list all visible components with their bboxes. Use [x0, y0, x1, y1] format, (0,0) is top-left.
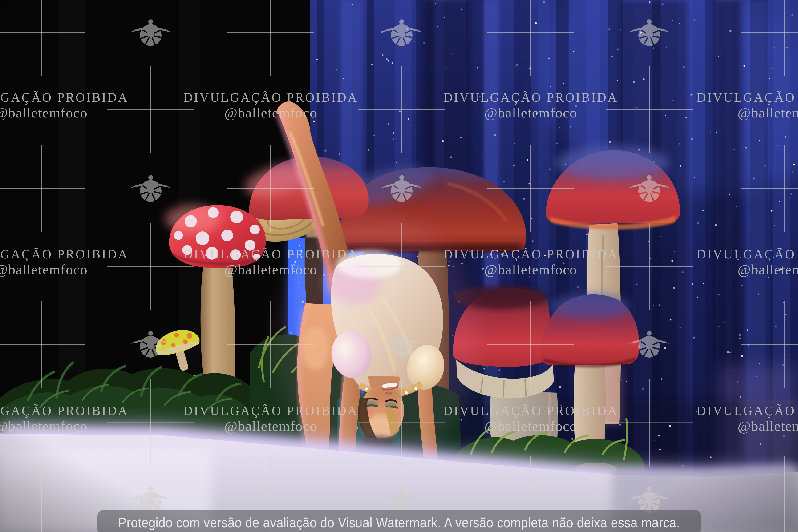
- vignette: [0, 0, 798, 532]
- trial-banner-text: Protegido com versão de avaliação do Vis…: [118, 515, 680, 530]
- trial-banner: Protegido com versão de avaliação do Vis…: [97, 510, 701, 532]
- scene-photo: [0, 0, 798, 532]
- stage-photo: DIVULGAÇÃO PROIBIDA@balletemfocoDIVULGAÇ…: [0, 0, 798, 532]
